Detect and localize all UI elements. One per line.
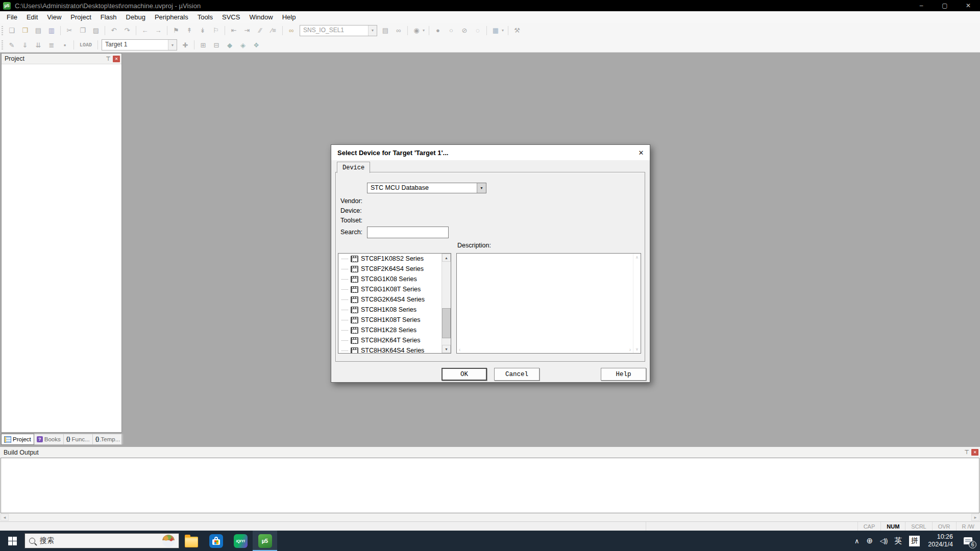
manage-rte-icon[interactable]: ◆ [224,39,236,51]
cancel-button[interactable]: Cancel [494,368,540,381]
panel-close-icon[interactable]: ✕ [113,56,120,62]
project-tree-area[interactable] [2,64,121,432]
tab-books[interactable]: Books [34,434,64,444]
taskbar-clock[interactable]: 10:26 2024/1/4 [923,533,958,548]
minimize-button[interactable]: – [910,0,933,11]
maximize-button[interactable]: ▢ [933,0,957,11]
description-vscrollbar[interactable]: ∧ ∨ [633,254,641,353]
find-icon[interactable]: ∞ [393,25,405,36]
taskbar-file-explorer[interactable] [179,531,204,551]
zoom-dropdown-arrow[interactable]: ▾ [421,25,426,36]
device-series-item[interactable]: STC8H1K08 Series [338,305,442,315]
scroll-down-icon[interactable]: ▼ [442,345,451,353]
clear-bookmarks-icon[interactable]: ⚐ [210,25,222,36]
file-extensions-icon[interactable]: ⊟ [210,39,223,51]
layout-dropdown-arrow[interactable]: ▾ [500,25,505,36]
scroll-right-icon[interactable]: › [629,347,631,353]
device-series-item[interactable]: STC8G1K08 Series [338,274,442,284]
stop-build-icon[interactable]: ▪ [59,39,71,51]
redo-icon[interactable]: ↷ [121,25,133,36]
save-icon[interactable]: ▤ [32,25,44,36]
uncomment-icon[interactable]: ∕≡ [267,25,280,36]
help-button[interactable]: Help [601,368,646,381]
menu-debug[interactable]: Debug [121,12,150,22]
chevron-down-icon[interactable]: ▼ [477,183,486,193]
scrollbar-thumb[interactable] [442,308,451,338]
device-series-item[interactable]: STC8F2K64S4 Series [338,264,442,274]
menu-tools[interactable]: Tools [193,12,217,22]
close-button[interactable]: ✕ [957,0,980,11]
device-series-item[interactable]: STC8F1K08S2 Series [338,254,442,264]
indent-left-icon[interactable]: ⇤ [228,25,240,36]
device-series-item[interactable]: STC8H2K64T Series [338,335,442,345]
start-button[interactable] [0,531,24,551]
device-series-item[interactable]: STC8H1K28 Series [338,325,442,335]
tab-functions[interactable]: {} Func... [64,434,93,444]
tray-ime-mode[interactable]: 拼 [909,536,920,546]
new-file-icon[interactable]: ❑ [6,25,18,36]
chevron-down-icon[interactable]: ▼ [168,40,177,50]
scroll-down-icon[interactable]: ∨ [635,347,639,352]
menu-flash[interactable]: Flash [96,12,121,22]
dialog-close-icon[interactable]: ✕ [632,145,650,160]
navigate-back-icon[interactable]: ← [139,25,151,36]
toolbar-grip[interactable] [2,26,3,35]
ok-button[interactable]: OK [442,368,487,381]
batch-build-icon[interactable]: ≣ [45,39,58,51]
database-dropdown[interactable]: STC MCU Database ▼ [367,183,486,193]
build-output-content[interactable] [1,458,979,513]
description-hscrollbar[interactable]: ‹ › [457,346,633,353]
tray-expand-icon[interactable]: ∧ [851,537,863,545]
device-list-scrollbar[interactable]: ▲ ▼ [442,254,451,353]
toggle-bookmark-icon[interactable]: ⚑ [170,25,182,36]
tab-templates[interactable]: {} Temp... [93,434,124,444]
panel-close-icon[interactable]: ✕ [971,449,978,456]
chevron-down-icon[interactable]: ▼ [368,26,377,36]
configure-uvision-icon[interactable]: ⚒ [511,25,523,36]
scroll-left-icon[interactable]: ‹ [459,347,460,353]
target-select-combo[interactable]: Target 1 ▼ [102,39,177,51]
cut-icon[interactable]: ✂ [63,25,76,36]
find-in-files-icon[interactable]: ∞ [285,25,298,36]
navigate-forward-icon[interactable]: → [152,25,164,36]
taskbar-iqiyi[interactable]: iQIYI [228,531,253,551]
search-document-icon[interactable]: ▤ [379,25,391,36]
comment-icon[interactable]: ∕∕ [254,25,266,36]
open-file-icon[interactable]: ❒ [19,25,31,36]
pin-icon[interactable]: ⊤ [104,56,113,62]
indent-right-icon[interactable]: ⇥ [241,25,253,36]
scroll-up-icon[interactable]: ∧ [635,255,639,260]
enable-disable-breakpoint-icon[interactable]: ○ [445,25,457,36]
menu-project[interactable]: Project [66,12,95,22]
taskbar-microsoft-store[interactable] [204,531,228,551]
device-search-input[interactable] [367,227,449,238]
device-series-item[interactable]: STC8H1K08T Series [338,315,442,325]
save-all-icon[interactable]: ▥ [45,25,58,36]
menu-window[interactable]: Window [244,12,277,22]
menu-peripherals[interactable]: Peripherals [150,12,193,22]
menu-view[interactable]: View [42,12,66,22]
taskbar-uvision[interactable]: µ5 [253,531,277,551]
build-target-icon[interactable]: ⇓ [19,39,31,51]
rebuild-all-icon[interactable]: ⇊ [32,39,44,51]
device-series-item[interactable]: STC8G2K64S4 Series [338,294,442,305]
options-for-target-icon[interactable]: ✚ [179,39,191,51]
copy-icon[interactable]: ❐ [77,25,89,36]
translate-file-icon[interactable]: ✎ [6,39,18,51]
scroll-right-icon[interactable]: ▸ [971,514,979,521]
notification-center-button[interactable]: 6 [958,531,978,551]
scroll-left-icon[interactable]: ◂ [1,514,9,521]
taskbar-search-box[interactable]: 搜索 [24,533,179,548]
menu-help[interactable]: Help [278,12,301,22]
tab-project[interactable]: Project [1,434,34,445]
find-text-combo[interactable]: SNS_IO_SEL1 ▼ [300,25,377,36]
toolbar-grip[interactable] [2,40,3,49]
undo-icon[interactable]: ↶ [108,25,120,36]
next-bookmark-icon[interactable]: ↡ [197,25,209,36]
menu-file[interactable]: File [2,12,22,22]
device-series-item[interactable]: STC8H3K64S4 Series [338,345,442,353]
select-software-packs-icon[interactable]: ◈ [237,39,249,51]
paste-icon[interactable]: ▨ [90,25,102,36]
pin-icon[interactable]: ⊤ [962,449,971,456]
scroll-up-icon[interactable]: ▲ [442,254,451,262]
